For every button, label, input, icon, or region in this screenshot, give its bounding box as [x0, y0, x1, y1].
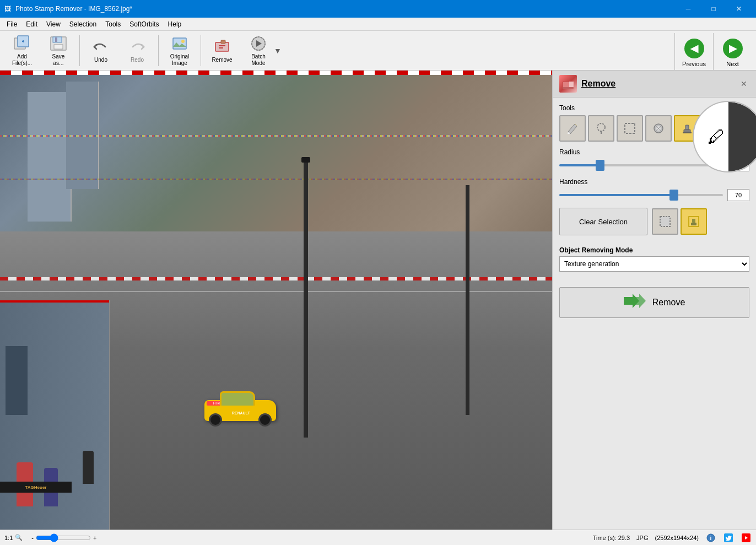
remove-arrow-icon — [624, 293, 646, 313]
svg-point-19 — [597, 123, 605, 131]
toolbar: AddFile(s)... Saveas... Undo — [0, 31, 756, 71]
svg-rect-20 — [625, 123, 635, 133]
batch-mode-dropdown[interactable]: ▼ — [274, 46, 282, 55]
hardness-value[interactable]: 70 — [727, 189, 749, 201]
stamp-sel-mode-button[interactable] — [681, 208, 707, 235]
toolbox-close-button[interactable]: ✕ — [738, 78, 749, 89]
remove-action-label: Remove — [652, 298, 685, 307]
hardness-slider-thumb[interactable] — [669, 190, 678, 201]
tools-row — [559, 115, 749, 142]
menu-edit[interactable]: Edit — [21, 18, 42, 31]
original-image-icon — [171, 35, 188, 52]
minimize-button[interactable]: ─ — [676, 0, 701, 18]
object-removing-section: Object Removing Mode Texture generation … — [559, 246, 749, 272]
title-bar: 🖼 Photo Stamp Remover - IMG_8562.jpg* ─ … — [0, 0, 756, 18]
twitter-button[interactable] — [723, 532, 734, 543]
toolbox-title-row: Remove — [559, 75, 615, 93]
radius-slider-container — [559, 160, 723, 171]
previous-label: Previous — [682, 61, 706, 67]
remove-btn-container: Remove — [559, 287, 749, 318]
batch-mode-label: BatchMode — [251, 53, 266, 67]
time-display: Time (s): 29.3 — [593, 535, 630, 541]
hardness-slider-fill — [559, 194, 674, 196]
radius-slider-track — [559, 164, 723, 166]
radius-value[interactable]: 50 — [727, 159, 749, 171]
batch-mode-button[interactable]: BatchMode — [241, 33, 276, 68]
pencil-tool-button[interactable] — [559, 115, 586, 142]
hardness-label: Hardness — [559, 178, 749, 186]
undo-label: Undo — [94, 57, 107, 63]
previous-button[interactable]: ◀ Previous — [674, 33, 713, 73]
rect-select-tool-button[interactable] — [617, 115, 643, 142]
toolbox-panel: 🖊 Remove ✕ Tools — [552, 71, 756, 530]
add-files-button[interactable]: AddFile(s)... — [4, 33, 40, 68]
zoom-slider[interactable] — [36, 533, 91, 542]
zoom-slider-container: - + — [31, 533, 96, 542]
svg-rect-29 — [692, 219, 695, 223]
toolbox-eraser-icon — [559, 75, 577, 93]
rect-sel-mode-button[interactable] — [652, 208, 678, 235]
yellow-car: FIRE RENAULT — [204, 393, 276, 429]
stamp-tool-button[interactable] — [674, 115, 700, 142]
svg-rect-25 — [683, 132, 692, 133]
radius-slider-thumb[interactable] — [596, 160, 604, 171]
zoom-display: 1:1 🔍 — [4, 534, 23, 541]
lasso-tool-button[interactable] — [588, 115, 614, 142]
radius-slider-fill — [559, 164, 600, 166]
image-area[interactable]: JOHNNIE WALKER FIRE — [0, 71, 552, 530]
svg-text:i: i — [710, 535, 712, 541]
redo-label: Redo — [131, 57, 144, 63]
menu-file[interactable]: File — [2, 18, 21, 31]
batch-mode-icon — [250, 35, 267, 52]
person-3 — [83, 451, 94, 484]
zoom-plus[interactable]: + — [93, 535, 96, 541]
save-as-label: Saveas... — [52, 53, 65, 67]
status-bar: 1:1 🔍 - + Time (s): 29.3 JPG (2592x1944x… — [0, 530, 756, 545]
maximize-button[interactable]: □ — [701, 0, 726, 18]
remove-action-button[interactable]: Remove — [559, 287, 749, 318]
svg-rect-8 — [173, 38, 186, 49]
texture-generation-select[interactable]: Texture generation Content-aware fill Ed… — [559, 256, 749, 272]
toolbox-header: Remove ✕ — [553, 71, 756, 98]
redo-icon — [128, 38, 146, 56]
sel-mode-row — [652, 208, 707, 235]
selection-row: Clear Selection — [559, 208, 749, 235]
clear-selection-button[interactable]: Clear Selection — [559, 208, 647, 235]
next-icon: ▶ — [723, 39, 743, 58]
hardness-slider-track — [559, 194, 723, 196]
hardness-slider-container — [559, 190, 723, 201]
save-as-button[interactable]: Saveas... — [41, 33, 76, 68]
info-button[interactable]: i — [705, 532, 716, 543]
svg-rect-6 — [54, 45, 63, 49]
menu-tools[interactable]: Tools — [101, 18, 125, 31]
remove-toolbar-label: Remove — [212, 57, 232, 63]
tagheuer-sign: TAGHeuer — [0, 482, 72, 493]
nav-buttons: ◀ Previous ▶ Next — [674, 33, 752, 68]
tools-section: Tools — [559, 104, 749, 142]
svg-rect-13 — [221, 40, 225, 44]
remove-toolbar-button[interactable]: Remove — [204, 33, 240, 68]
menu-softorbits[interactable]: SoftOrbits — [125, 18, 163, 31]
svg-rect-18 — [563, 87, 574, 89]
magic-tool-button[interactable] — [645, 115, 672, 142]
separator-2 — [158, 35, 159, 66]
menu-selection[interactable]: Selection — [65, 18, 101, 31]
redo-button[interactable]: Redo — [120, 33, 155, 68]
race-image: JOHNNIE WALKER FIRE — [0, 71, 552, 530]
zoom-icon: 🔍 — [15, 534, 23, 541]
zoom-minus[interactable]: - — [31, 535, 34, 541]
lamppost-1 — [304, 163, 308, 438]
hardness-slider-row: 70 — [559, 189, 749, 201]
undo-button[interactable]: Undo — [83, 33, 118, 68]
original-image-button[interactable]: OriginalImage — [162, 33, 197, 68]
next-button[interactable]: ▶ Next — [713, 33, 752, 73]
menu-help[interactable]: Help — [164, 18, 186, 31]
youtube-button[interactable] — [741, 532, 752, 543]
lamppost-2 — [466, 185, 469, 415]
title-bar-left: 🖼 Photo Stamp Remover - IMG_8562.jpg* — [4, 5, 132, 13]
menu-view[interactable]: View — [42, 18, 65, 31]
menu-bar: File Edit View Selection Tools SoftOrbit… — [0, 18, 756, 31]
main-area: JOHNNIE WALKER FIRE — [0, 71, 756, 530]
close-button[interactable]: ✕ — [726, 0, 752, 18]
title-bar-controls: ─ □ ✕ — [676, 0, 752, 18]
